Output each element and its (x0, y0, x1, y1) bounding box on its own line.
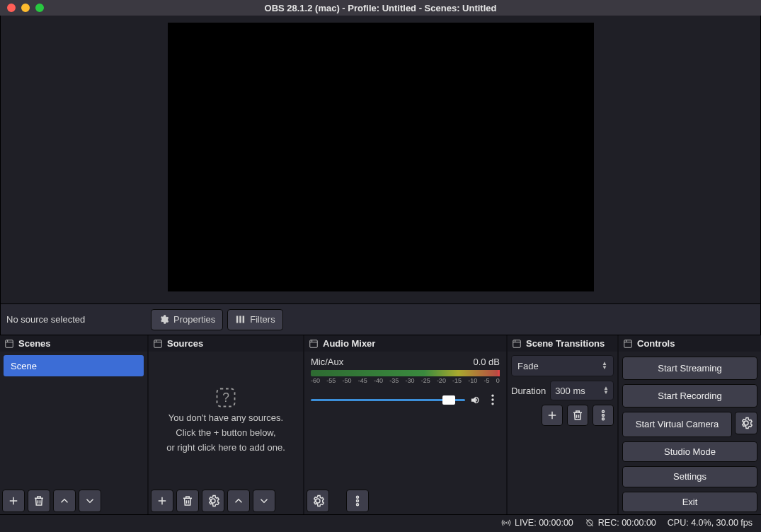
svg-rect-2 (243, 316, 245, 323)
updown-icon: ▲▼ (602, 362, 607, 370)
scenes-panel: Scenes Scene (0, 335, 149, 514)
window-title: OBS 28.1.2 (mac) - Profile: Untitled - S… (0, 3, 761, 13)
svg-point-17 (602, 418, 605, 420)
dots-vertical-icon (351, 495, 364, 507)
transition-select[interactable]: Fade ▲▼ (511, 355, 614, 376)
start-streaming-button[interactable]: Start Streaming (622, 357, 757, 380)
controls-panel: Controls Start Streaming Start Recording… (619, 335, 761, 514)
svg-rect-4 (154, 340, 162, 347)
chevron-down-icon (84, 495, 96, 507)
mixer-channel: Mic/Aux 0.0 dB -60-55-50-45-40-35-30-25-… (307, 354, 504, 408)
no-source-label: No source selected (5, 314, 147, 325)
dots-vertical-icon (597, 409, 610, 422)
svg-rect-3 (6, 340, 13, 347)
source-toolbar: No source selected Properties Filters (0, 304, 761, 335)
plus-icon (156, 495, 168, 507)
preview-canvas[interactable] (168, 23, 594, 291)
cpu-status: CPU: 4.0%, 30.00 fps (668, 518, 753, 528)
svg-point-13 (357, 504, 359, 506)
sources-panel: Sources ? You don't have any sources. Cl… (149, 335, 304, 514)
scene-item[interactable]: Scene (4, 355, 144, 376)
status-bar: . LIVE: 00:00:00 REC: 00:00:00 CPU: 4.0%… (0, 514, 761, 530)
speaker-icon[interactable] (469, 394, 481, 406)
svg-point-19 (505, 521, 507, 523)
plus-icon (7, 495, 20, 507)
sources-empty-state[interactable]: ? You don't have any sources. Click the … (151, 354, 301, 485)
settings-button[interactable]: Settings (622, 466, 757, 487)
dock-icon (623, 339, 633, 349)
chevron-up-icon (232, 495, 245, 507)
transition-menu-button[interactable] (593, 405, 614, 426)
svg-point-10 (491, 403, 493, 405)
virtual-camera-settings-button[interactable] (735, 412, 757, 434)
question-icon: ? (215, 387, 236, 408)
source-properties-button[interactable] (202, 490, 224, 512)
studio-mode-button[interactable]: Studio Mode (622, 441, 757, 462)
close-window-button[interactable] (7, 4, 16, 12)
filters-icon (235, 314, 246, 325)
add-source-button[interactable] (151, 490, 173, 512)
gear-icon (159, 314, 169, 325)
duration-label: Duration (511, 386, 546, 396)
updown-icon: ▲▼ (603, 386, 609, 395)
scene-move-down-button[interactable] (79, 490, 101, 512)
dock-icon (309, 339, 319, 349)
svg-point-9 (491, 398, 493, 400)
sources-header[interactable]: Sources (149, 335, 303, 352)
rec-status: REC: 00:00:00 (585, 518, 656, 528)
svg-point-15 (602, 410, 605, 412)
gear-icon (311, 495, 324, 507)
transitions-panel: Scene Transitions Fade ▲▼ Duration 300 m… (508, 335, 619, 514)
broadcast-icon (501, 518, 511, 528)
exit-button[interactable]: Exit (622, 492, 757, 512)
filters-button[interactable]: Filters (227, 309, 282, 330)
trash-icon (181, 495, 194, 507)
scene-move-up-button[interactable] (53, 490, 76, 512)
volume-slider[interactable] (311, 399, 465, 401)
live-status: LIVE: 00:00:00 (501, 518, 573, 528)
svg-rect-0 (236, 316, 239, 323)
svg-rect-7 (310, 340, 318, 347)
start-virtual-camera-button[interactable]: Start Virtual Camera (622, 412, 732, 437)
remove-scene-button[interactable] (28, 490, 50, 512)
mixer-menu-button[interactable] (346, 490, 369, 512)
properties-button[interactable]: Properties (151, 309, 223, 330)
remove-source-button[interactable] (176, 490, 199, 512)
dock-icon (4, 339, 14, 349)
source-move-down-button[interactable] (253, 490, 275, 512)
svg-rect-1 (240, 316, 242, 323)
add-transition-button[interactable] (542, 405, 563, 426)
svg-rect-18 (624, 340, 632, 347)
remove-transition-button[interactable] (567, 405, 588, 426)
channel-level: 0.0 dB (473, 357, 500, 367)
svg-point-11 (357, 496, 359, 498)
mixer-header[interactable]: Audio Mixer (304, 335, 506, 352)
transitions-header[interactable]: Scene Transitions (508, 335, 617, 352)
duration-stepper[interactable]: 300 ms ▲▼ (550, 381, 614, 400)
chevron-up-icon (58, 495, 71, 507)
gear-icon (207, 495, 219, 507)
window-titlebar: OBS 28.1.2 (mac) - Profile: Untitled - S… (0, 0, 761, 16)
chevron-down-icon (258, 495, 270, 507)
record-icon (585, 518, 595, 528)
svg-point-16 (602, 415, 605, 417)
channel-menu-button[interactable] (486, 391, 500, 408)
minimize-window-button[interactable] (21, 4, 30, 12)
plus-icon (546, 409, 559, 422)
svg-text:?: ? (222, 391, 229, 405)
channel-name: Mic/Aux (311, 357, 343, 367)
maximize-window-button[interactable] (35, 4, 44, 12)
svg-point-8 (491, 395, 493, 397)
trash-icon (33, 495, 45, 507)
start-recording-button[interactable]: Start Recording (622, 384, 757, 407)
scenes-header[interactable]: Scenes (0, 335, 147, 352)
add-scene-button[interactable] (2, 490, 25, 512)
audio-meter (311, 370, 500, 376)
mixer-settings-button[interactable] (307, 490, 329, 512)
svg-point-12 (357, 500, 359, 502)
panels-row: Scenes Scene Sources ? You don't have an… (0, 335, 761, 514)
source-move-up-button[interactable] (227, 490, 250, 512)
controls-header[interactable]: Controls (619, 335, 761, 352)
audio-mixer-panel: Audio Mixer Mic/Aux 0.0 dB -60-55-50-45-… (304, 335, 508, 514)
meter-ticks: -60-55-50-45-40-35-30-25-20-15-10-50 (311, 377, 500, 384)
